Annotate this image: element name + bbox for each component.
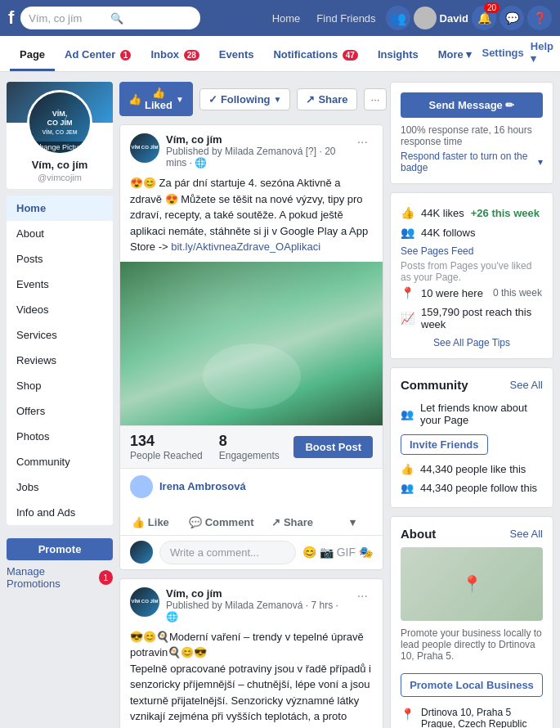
see-all-tips-link[interactable]: See All Page Tips xyxy=(401,337,543,348)
post-2-options-button[interactable]: ··· xyxy=(352,587,373,605)
comment-icon: 💬 xyxy=(189,516,202,528)
comment-input-field[interactable]: Write a comment... xyxy=(159,541,296,564)
following-button[interactable]: ✓ Following ▼ xyxy=(199,88,291,110)
sidebar-item-offers[interactable]: Offers xyxy=(7,398,113,424)
response-improve-row[interactable]: Respond faster to turn on the badge ▾ xyxy=(401,151,543,173)
promote-local-business-button[interactable]: Promote Local Business xyxy=(401,673,543,697)
nav-ad-center[interactable]: Ad Center 1 xyxy=(55,40,141,71)
sticker-icon[interactable]: 🎭 xyxy=(359,546,373,559)
liked-icon: 👍 xyxy=(128,93,141,106)
nav-events[interactable]: Events xyxy=(209,40,264,71)
post-1-reach-stat: 134 People Reached xyxy=(130,433,203,461)
post-1-comments: Irena Ambrosová xyxy=(120,468,383,510)
notifications-page-badge: 47 xyxy=(343,50,358,61)
emoji-icon[interactable]: 😊 xyxy=(302,546,316,559)
post-1-author-name: Vím, co jím xyxy=(166,133,346,146)
nav-notifications[interactable]: Notifications 47 xyxy=(263,40,367,71)
post-1-more-action[interactable]: ▾ xyxy=(322,511,383,533)
community-see-all[interactable]: See All xyxy=(510,379,543,391)
community-know-row: 👥 Let friends know about your Page xyxy=(401,398,543,429)
post-1-image xyxy=(120,262,383,425)
sidebar-item-videos[interactable]: Videos xyxy=(7,297,113,322)
manage-promotions-badge: 1 xyxy=(99,570,113,585)
friends-icon[interactable]: 👥 xyxy=(386,6,410,30)
post-1-link[interactable]: bit.ly/AktivneaZdrave_OAplikaci xyxy=(171,240,320,253)
search-icon[interactable]: 🔍 xyxy=(110,12,192,25)
sidebar-item-reviews[interactable]: Reviews xyxy=(7,348,113,373)
avatar-container: VÍM, CO JÍM VÍM, CO JEM Change Picture xyxy=(7,82,113,131)
sidebar-item-about[interactable]: About xyxy=(7,221,113,246)
response-rate-text: 100% response rate, 16 hours response ti… xyxy=(401,124,543,147)
post-1-like-action[interactable]: 👍 Like xyxy=(120,511,181,533)
likes-highlight: +26 this week xyxy=(471,207,540,219)
top-navigation: f Vím, co jím 🔍 Home Find Friends 👥 Davi… xyxy=(0,0,560,36)
sidebar-item-shop[interactable]: Shop xyxy=(7,373,113,398)
more-action-icon: ▾ xyxy=(350,516,356,528)
post-1-options-button[interactable]: ··· xyxy=(352,133,373,151)
sidebar-item-info-and-ads[interactable]: Info and Ads xyxy=(7,500,113,525)
liked-button[interactable]: 👍 👍 Liked ▼ xyxy=(119,82,193,116)
help-button[interactable]: Help ▾ xyxy=(531,40,553,65)
nav-home[interactable]: Home xyxy=(266,9,307,28)
about-see-all[interactable]: See All xyxy=(510,528,543,540)
sidebar-item-events[interactable]: Events xyxy=(7,272,113,297)
sidebar-item-photos[interactable]: Photos xyxy=(7,424,113,449)
post-2-meta: Vím, co jím Published by Milada Zemanová… xyxy=(166,587,346,622)
sidebar-item-services[interactable]: Services xyxy=(7,322,113,348)
post-1-reach-label: People Reached xyxy=(130,450,203,461)
manage-promotions[interactable]: Manage Promotions 1 xyxy=(7,560,113,595)
help-icon[interactable]: ❓ xyxy=(527,6,552,30)
about-promote-desc: Promote your business locally to lead pe… xyxy=(401,627,543,662)
post-1-comment-action[interactable]: 💬 Comment xyxy=(181,511,262,533)
sidebar-item-home[interactable]: Home xyxy=(7,195,113,221)
messages-icon[interactable]: 💬 xyxy=(500,6,524,30)
follows-icon: 👥 xyxy=(401,482,414,494)
post-1-share-action[interactable]: ↗ Share xyxy=(262,511,323,533)
nav-inbox[interactable]: Inbox 28 xyxy=(141,40,208,71)
page-name: Vím, co jím xyxy=(7,155,113,173)
stats-card: 👍 44K likes +26 this week 👥 44K follows … xyxy=(390,192,553,359)
pages-feed-desc: Posts from Pages you've liked as your Pa… xyxy=(401,260,543,283)
boost-post-button[interactable]: Boost Post xyxy=(293,436,373,458)
share-button[interactable]: ↗ Share xyxy=(297,88,356,110)
more-options-button[interactable]: ··· xyxy=(364,88,388,110)
page-avatar: VÍM, CO JÍM VÍM, CO JEM Change Picture xyxy=(27,90,92,155)
following-icon: ✓ xyxy=(208,93,217,106)
change-picture-label[interactable]: Change Picture xyxy=(29,142,90,153)
post-2-author-avatar: VÍM CO JÍM xyxy=(130,587,159,617)
map-placeholder: 📍 xyxy=(401,547,543,621)
sidebar-item-posts[interactable]: Posts xyxy=(7,246,113,272)
post-1-engagement-stat: 8 Engagements xyxy=(219,433,280,461)
user-name-nav[interactable]: David xyxy=(414,7,468,29)
post-1-engagement-label: Engagements xyxy=(219,450,280,461)
send-message-button[interactable]: Send Message ✏ xyxy=(401,92,543,118)
sidebar-item-community[interactable]: Community xyxy=(7,449,113,474)
chevron-down-icon: ▾ xyxy=(538,156,543,168)
community-header: Community See All xyxy=(401,378,543,392)
post-1-text: 😍😊 Za pár dní startuje 4. sezóna Aktivně… xyxy=(120,175,383,262)
search-bar[interactable]: Vím, co jím 🔍 xyxy=(20,7,200,29)
top-nav-links: Home Find Friends 👥 David 🔔 20 💬 ❓ xyxy=(266,6,552,30)
nav-more[interactable]: More ▾ xyxy=(428,40,482,71)
promote-button[interactable]: Promote xyxy=(7,538,113,560)
notifications-icon[interactable]: 🔔 20 xyxy=(472,6,496,30)
community-follows-row: 👥 44,340 people follow this xyxy=(401,479,543,497)
see-pages-feed[interactable]: See Pages Feed xyxy=(401,242,543,260)
cover-photo-mini: VÍM, CO JÍM VÍM, CO JEM Change Picture xyxy=(7,82,113,123)
liked-chevron: ▼ xyxy=(176,95,184,104)
post-card-1: VÍM CO JÍM Vím, co jím Published by Mila… xyxy=(119,124,383,570)
nav-find-friends[interactable]: Find Friends xyxy=(310,9,382,28)
post-1-header: VÍM CO JÍM Vím, co jím Published by Mila… xyxy=(120,125,383,175)
nav-insights[interactable]: Insights xyxy=(368,40,428,71)
nav-page[interactable]: Page xyxy=(10,40,55,71)
stat-reach: 📈 159,790 post reach this week xyxy=(401,303,543,334)
inbox-badge: 28 xyxy=(184,50,199,61)
invite-friends-button[interactable]: Invite Friends xyxy=(401,434,488,455)
sidebar-item-jobs[interactable]: Jobs xyxy=(7,474,113,500)
post-1-reach-number: 134 xyxy=(130,433,203,450)
stat-follows: 👥 44K follows xyxy=(401,222,543,242)
settings-button[interactable]: Settings xyxy=(482,47,523,59)
community-icon: 👥 xyxy=(401,408,414,420)
gif-icon[interactable]: GIF xyxy=(337,546,356,559)
photo-icon[interactable]: 📷 xyxy=(320,546,334,559)
